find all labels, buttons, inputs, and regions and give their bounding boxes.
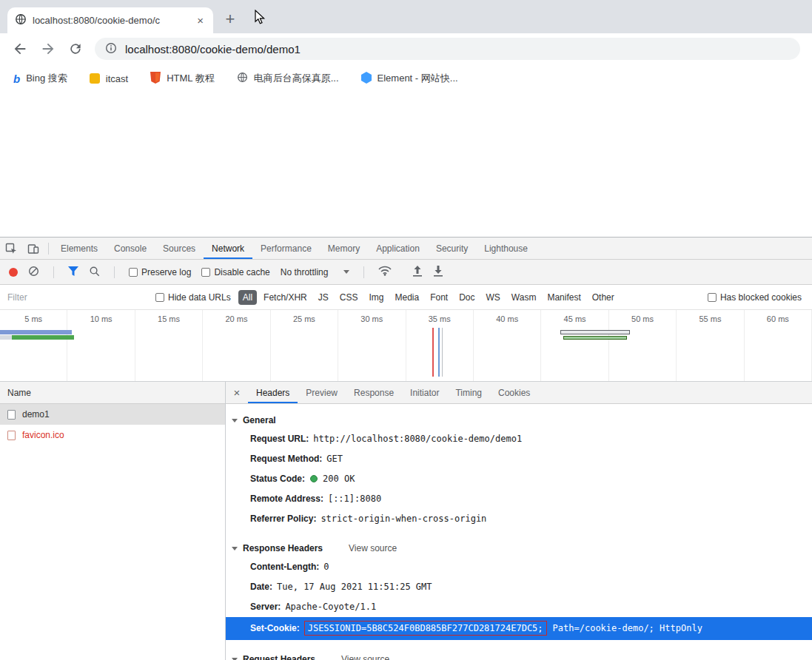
device-toolbar-icon[interactable]: [22, 238, 44, 259]
tab-title: localhost:8080/cookie-demo/c: [33, 15, 189, 26]
timeline-tick: 45 ms: [541, 310, 608, 381]
reload-button[interactable]: [68, 41, 83, 56]
response-headers-section-header[interactable]: Response Headers View source: [226, 539, 812, 557]
address-bar[interactable]: localhost:8080/cookie-demo/demo1: [95, 38, 800, 60]
triangle-expanded-icon: [232, 419, 238, 422]
bookmark-label: HTML 教程: [167, 72, 215, 85]
request-row-favicon[interactable]: favicon.ico: [0, 425, 225, 445]
devtools-tab-security[interactable]: Security: [428, 238, 476, 259]
name-column-header[interactable]: Name: [0, 382, 225, 404]
bookmark-itcast[interactable]: itcast: [90, 73, 128, 84]
type-filter-font[interactable]: Font: [426, 290, 452, 305]
checkbox-box: [201, 268, 210, 277]
network-overview-timeline[interactable]: 5 ms 10 ms 15 ms 20 ms 25 ms 30 ms 35 ms…: [0, 310, 812, 382]
devtools-tab-application[interactable]: Application: [368, 238, 428, 259]
type-filter-chips: All Fetch/XHR JS CSS Img Media Font Doc …: [238, 290, 619, 305]
devtools-tab-lighthouse[interactable]: Lighthouse: [476, 238, 536, 259]
bookmark-html-tutorial[interactable]: HTML 教程: [150, 72, 215, 86]
header-row-content-length: Content-Length: 0: [226, 557, 812, 577]
status-ok-icon: [310, 475, 318, 482]
type-filter-js[interactable]: JS: [314, 290, 333, 305]
close-detail-icon[interactable]: ×: [226, 382, 248, 403]
detail-tab-cookies[interactable]: Cookies: [490, 382, 538, 403]
view-source-button[interactable]: View source: [341, 654, 389, 660]
type-filter-ws[interactable]: WS: [482, 290, 505, 305]
type-filter-wasm[interactable]: Wasm: [507, 290, 541, 305]
detail-tab-preview[interactable]: Preview: [298, 382, 346, 403]
type-filter-manifest[interactable]: Manifest: [543, 290, 585, 305]
type-filter-doc[interactable]: Doc: [454, 290, 479, 305]
general-section-header[interactable]: General: [226, 411, 812, 429]
has-blocked-cookies-checkbox[interactable]: Has blocked cookies: [708, 292, 802, 303]
timeline-tick: 55 ms: [677, 310, 744, 381]
bookmark-element[interactable]: Element - 网站快...: [361, 72, 458, 86]
tab-close-icon[interactable]: ×: [195, 14, 206, 27]
site-info-icon[interactable]: [105, 42, 117, 56]
devtools-tab-memory[interactable]: Memory: [320, 238, 368, 259]
type-filter-other[interactable]: Other: [588, 290, 619, 305]
request-headers-section-header[interactable]: Request Headers View source: [226, 650, 812, 660]
network-conditions-icon[interactable]: [378, 266, 392, 278]
timeline-tick: 60 ms: [745, 310, 812, 381]
import-har-icon[interactable]: [412, 266, 423, 279]
checkbox-label: Has blocked cookies: [720, 292, 802, 303]
checkbox-box: [155, 293, 164, 302]
timeline-tick: 30 ms: [338, 310, 406, 381]
timeline-tick: 15 ms: [135, 310, 203, 381]
bookmark-ecommerce[interactable]: 电商后台高保真原...: [237, 72, 339, 85]
disable-cache-checkbox[interactable]: Disable cache: [201, 267, 269, 277]
request-row-demo1[interactable]: demo1: [0, 404, 225, 425]
back-button[interactable]: [12, 41, 28, 57]
inspect-element-icon[interactable]: [0, 238, 22, 259]
devtools-tab-console[interactable]: Console: [106, 238, 155, 259]
timeline-tick: 20 ms: [203, 310, 270, 381]
detail-tab-headers[interactable]: Headers: [248, 382, 298, 403]
timeline-tick: 50 ms: [609, 310, 677, 381]
timeline-tick: 5 ms: [0, 310, 67, 381]
throttling-select[interactable]: No throttling: [281, 267, 350, 277]
devtools-tab-sources[interactable]: Sources: [155, 238, 204, 259]
header-row-request-method: Request Method: GET: [226, 449, 812, 469]
document-icon: [7, 410, 16, 420]
detail-tab-timing[interactable]: Timing: [447, 382, 490, 403]
request-name: demo1: [22, 409, 50, 420]
waterfall-bar-favicon-download: [563, 336, 627, 340]
section-title: General: [243, 415, 276, 425]
waterfall-bar-demo1-wait: [0, 330, 72, 334]
type-filter-img[interactable]: Img: [364, 290, 388, 305]
network-main-area: Name demo1 favicon.ico × Headers Preview…: [0, 382, 812, 660]
header-row-date: Date: Tue, 17 Aug 2021 11:51:25 GMT: [226, 577, 812, 597]
dom-content-loaded-line: [432, 328, 434, 377]
globe-icon: [237, 72, 248, 85]
browser-tab[interactable]: localhost:8080/cookie-demo/c ×: [7, 7, 213, 33]
timeline-tick: 25 ms: [271, 310, 338, 381]
devtools-tab-elements[interactable]: Elements: [53, 238, 106, 259]
devtools-tab-performance[interactable]: Performance: [252, 238, 320, 259]
new-tab-button[interactable]: +: [219, 8, 241, 30]
filter-icon[interactable]: [68, 266, 78, 278]
type-filter-media[interactable]: Media: [390, 290, 423, 305]
type-filter-css[interactable]: CSS: [335, 290, 363, 305]
devtools-tab-network[interactable]: Network: [204, 238, 252, 259]
preserve-log-checkbox[interactable]: Preserve log: [129, 267, 191, 277]
request-detail-panel: × Headers Preview Response Initiator Tim…: [226, 382, 812, 660]
request-name: favicon.ico: [22, 430, 64, 440]
detail-tab-response[interactable]: Response: [346, 382, 402, 403]
clear-icon[interactable]: [28, 266, 39, 279]
devtools-tab-bar: Elements Console Sources Network Perform…: [0, 238, 812, 260]
checkbox-label: Hide data URLs: [168, 292, 231, 303]
devtools-panel: Elements Console Sources Network Perform…: [0, 237, 812, 660]
hide-data-urls-checkbox[interactable]: Hide data URLs: [155, 292, 231, 303]
forward-button[interactable]: [40, 41, 56, 57]
url-text: localhost:8080/cookie-demo/demo1: [125, 43, 301, 55]
view-source-button[interactable]: View source: [349, 543, 397, 553]
filter-input[interactable]: [7, 292, 148, 303]
export-har-icon[interactable]: [433, 266, 443, 279]
bookmark-bing[interactable]: b Bing 搜索: [13, 72, 67, 85]
detail-tab-initiator[interactable]: Initiator: [402, 382, 447, 403]
record-button[interactable]: [9, 268, 18, 277]
search-icon[interactable]: [89, 266, 100, 279]
type-filter-all[interactable]: All: [238, 290, 257, 305]
divider: [53, 266, 54, 278]
type-filter-fetch-xhr[interactable]: Fetch/XHR: [259, 290, 312, 305]
